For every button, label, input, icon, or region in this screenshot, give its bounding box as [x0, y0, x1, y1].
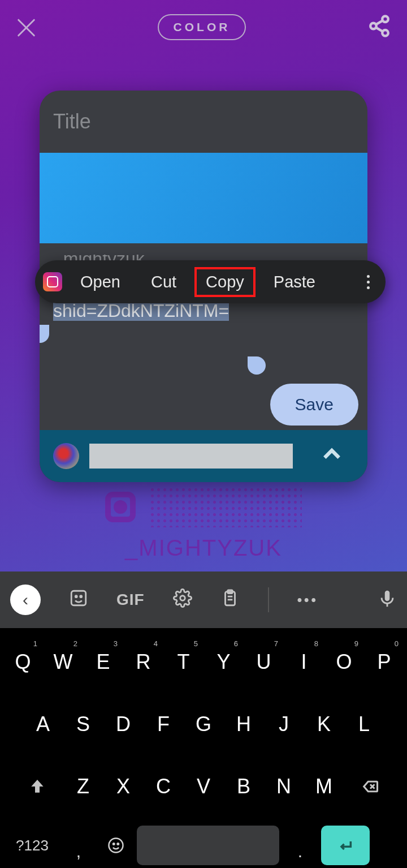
- key-c[interactable]: C: [144, 760, 184, 813]
- save-button[interactable]: Save: [270, 384, 358, 426]
- key-k[interactable]: K: [304, 698, 344, 750]
- avatar[interactable]: [53, 443, 79, 469]
- key-l[interactable]: L: [344, 698, 384, 750]
- key-w[interactable]: W2: [43, 636, 83, 688]
- selection-handle-start[interactable]: [40, 325, 49, 343]
- key-b[interactable]: B: [224, 760, 264, 813]
- selection-handle-end[interactable]: [248, 356, 266, 375]
- gif-button[interactable]: GIF: [116, 591, 145, 609]
- key-y[interactable]: Y6: [204, 636, 244, 688]
- key-f[interactable]: F: [144, 698, 184, 750]
- key-q[interactable]: Q1: [3, 636, 43, 688]
- key-t[interactable]: T5: [163, 636, 204, 688]
- qr-preview: _MIGHTYZUK: [45, 481, 362, 561]
- qr-dots: [149, 487, 302, 527]
- title-input[interactable]: Title: [40, 91, 367, 153]
- shift-key[interactable]: [11, 760, 63, 813]
- key-h[interactable]: H: [224, 698, 264, 750]
- key-i[interactable]: I8: [284, 636, 324, 688]
- color-button[interactable]: COLOR: [158, 14, 246, 40]
- settings-icon[interactable]: [173, 588, 192, 612]
- key-n[interactable]: N: [264, 760, 304, 813]
- chevron-up-icon[interactable]: [321, 444, 343, 468]
- svg-point-1: [370, 23, 376, 29]
- share-icon[interactable]: [367, 14, 391, 40]
- backspace-key[interactable]: [344, 760, 396, 813]
- symbols-key[interactable]: ?123: [7, 823, 58, 868]
- svg-point-18: [118, 843, 119, 845]
- prompt-input[interactable]: [89, 444, 293, 469]
- key-p[interactable]: P0: [364, 636, 404, 688]
- svg-point-8: [180, 595, 185, 600]
- instagram-qr-corner-icon: [105, 492, 136, 522]
- key-a[interactable]: A: [23, 698, 63, 750]
- prompt-bar: [40, 430, 367, 482]
- key-s[interactable]: S: [63, 698, 103, 750]
- key-d[interactable]: D: [103, 698, 144, 750]
- key-j[interactable]: J: [264, 698, 304, 750]
- clipboard-icon[interactable]: [220, 588, 240, 612]
- separator: [268, 587, 269, 612]
- context-copy[interactable]: Copy: [194, 267, 256, 297]
- svg-point-6: [75, 595, 77, 597]
- svg-point-17: [113, 843, 115, 845]
- key-u[interactable]: U7: [244, 636, 284, 688]
- keyboard-toolbar: ‹ GIF •••: [0, 571, 407, 628]
- space-key[interactable]: [137, 826, 279, 865]
- keyboard: Q1W2E3R4T5Y6U7I8O9P0 ASDFGHJKL ZXCVBNM ?…: [0, 628, 407, 868]
- comma-key[interactable]: ,: [62, 824, 95, 867]
- svg-point-0: [382, 16, 388, 22]
- svg-line-3: [376, 20, 383, 24]
- context-cut[interactable]: Cut: [138, 267, 189, 297]
- sticker-icon[interactable]: [69, 588, 88, 612]
- keyboard-back-button[interactable]: ‹: [10, 585, 41, 615]
- svg-point-7: [80, 595, 82, 597]
- context-more-icon[interactable]: [361, 275, 375, 289]
- svg-rect-5: [71, 591, 86, 605]
- key-m[interactable]: M: [304, 760, 344, 813]
- title-placeholder: Title: [53, 110, 91, 134]
- svg-line-4: [376, 27, 383, 31]
- key-g[interactable]: G: [184, 698, 224, 750]
- period-key[interactable]: .: [284, 824, 317, 867]
- svg-point-16: [109, 839, 123, 853]
- emoji-key[interactable]: [99, 837, 132, 854]
- key-e[interactable]: E3: [83, 636, 123, 688]
- context-paste[interactable]: Paste: [261, 267, 328, 297]
- context-open[interactable]: Open: [68, 267, 133, 297]
- mic-icon[interactable]: [378, 587, 397, 612]
- key-r[interactable]: R4: [123, 636, 163, 688]
- key-v[interactable]: V: [184, 760, 224, 813]
- keyboard-more-icon[interactable]: •••: [297, 592, 318, 608]
- cover-image-area[interactable]: [40, 153, 367, 243]
- key-o[interactable]: O9: [324, 636, 364, 688]
- context-menu: Open Cut Copy Paste: [35, 260, 386, 303]
- enter-key[interactable]: [321, 826, 370, 865]
- svg-point-2: [382, 30, 388, 36]
- key-x[interactable]: X: [103, 760, 144, 813]
- instagram-icon[interactable]: [43, 272, 62, 291]
- close-icon[interactable]: [16, 17, 36, 37]
- key-z[interactable]: Z: [63, 760, 103, 813]
- qr-username: _MIGHTYZUK: [45, 535, 362, 561]
